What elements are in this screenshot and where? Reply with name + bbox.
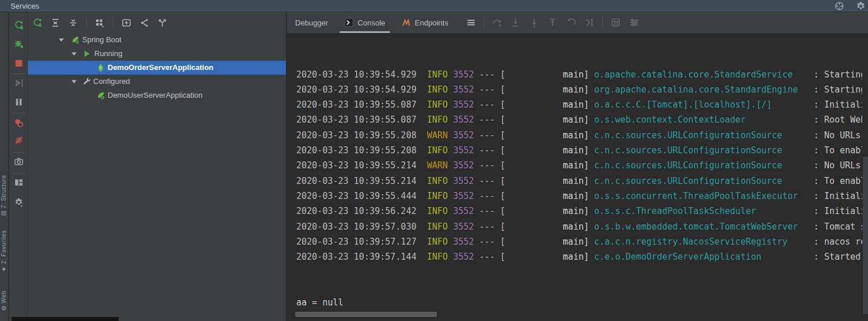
console-settings-icon[interactable] [629, 17, 639, 28]
log-line: 2020-03-23 10:39:55.444 INFO 3552 --- [ … [296, 189, 862, 204]
stripe-structure-label: 7: Structure [1, 175, 7, 209]
add-service-icon[interactable] [122, 18, 131, 28]
console-panel: Debugger Console Endpoints [287, 12, 868, 321]
debugger-tab-bar: Debugger Console Endpoints [287, 12, 868, 33]
expand-all-icon[interactable] [50, 18, 60, 28]
tab-endpoints-label: Endpoints [415, 19, 448, 27]
chevron-down-icon[interactable] [69, 77, 79, 86]
log-line: 2020-03-23 10:39:55.087 INFO 3552 --- [ … [296, 112, 862, 127]
drop-frame-icon[interactable] [566, 17, 576, 28]
stripe-structure-button[interactable]: ▤ 7: Structure [1, 164, 8, 217]
stripe-favorites-button[interactable]: ★ 2: Favorites [1, 222, 8, 272]
log-line: aa = null [296, 295, 862, 310]
vertical-scrollbar[interactable] [863, 157, 868, 314]
spring-boot-run-icon [96, 63, 105, 72]
chevron-down-icon[interactable] [69, 49, 79, 58]
log-line: 2020-03-23 10:39:55.087 INFO 3552 --- [ … [296, 97, 862, 112]
run-to-cursor-icon[interactable] [584, 17, 595, 28]
log-line: 2020-03-23 10:39:55.214 INFO 3552 --- [ … [296, 174, 862, 189]
step-out-icon[interactable] [547, 17, 558, 28]
console-icon [344, 18, 354, 27]
log-line: 2020-03-23 10:39:55.208 INFO 3552 --- [ … [296, 143, 862, 158]
toolbar-separator [12, 73, 25, 74]
collapse-all-icon[interactable] [68, 18, 78, 28]
group-by-icon[interactable] [95, 18, 105, 28]
toolbar-separator [12, 152, 25, 153]
force-step-into-icon[interactable] [529, 17, 539, 28]
tab-debugger[interactable]: Debugger [287, 12, 336, 33]
step-over-icon[interactable] [492, 17, 502, 28]
tool-window-stripe: ▤ 7: Structure ★ 2: Favorites ◍ Web [0, 12, 9, 321]
horizontal-scrollbar[interactable] [295, 312, 437, 317]
toolbar-separator [12, 113, 25, 113]
debug-toolbar [9, 12, 28, 321]
services-tree: Spring Boot Running DemoOrderServerAppli… [28, 33, 286, 102]
resume-icon[interactable] [14, 78, 24, 88]
mute-breakpoints-icon[interactable] [14, 135, 24, 145]
tree-label: DemoOrderServerApplication [108, 61, 214, 75]
tree-row-demo-user-server-application[interactable]: DemoUserServerApplication [28, 88, 286, 102]
rerun-service-icon[interactable] [32, 18, 42, 28]
tree-label: Spring Boot [82, 33, 122, 47]
tool-window-header: Services [0, 0, 868, 12]
tree-row-configured[interactable]: Configured [28, 75, 286, 88]
tab-console[interactable]: Console [336, 12, 393, 33]
toolbar-separator [602, 17, 603, 28]
tree-row-spring-boot[interactable]: Spring Boot [28, 33, 286, 47]
log-line: 2020-03-23 10:39:55.208 WARN 3552 --- [ … [296, 128, 862, 143]
tree-label: Configured [93, 75, 130, 88]
stripe-web-label: Web [1, 290, 7, 303]
evaluate-expression-icon[interactable] [610, 17, 621, 28]
branch-icon[interactable] [157, 18, 167, 28]
float-window-icon[interactable] [834, 1, 844, 11]
services-tool-window: Services ▤ 7: Structure ★ 2: Favorites ◍… [0, 0, 868, 321]
tree-label: DemoUserServerApplication [108, 88, 203, 102]
services-tree-panel: Spring Boot Running DemoOrderServerAppli… [28, 12, 286, 321]
endpoints-icon [402, 18, 411, 27]
log-line: 2020-03-23 10:39:54.929 INFO 3552 --- [ … [296, 82, 862, 97]
thread-dump-camera-icon[interactable] [14, 157, 24, 167]
wrench-icon [82, 77, 91, 86]
share-icon[interactable] [139, 18, 149, 28]
spring-boot-icon [96, 91, 105, 100]
log-line: 2020-03-23 10:39:57.144 INFO 3552 --- [ … [296, 249, 862, 264]
settings-gear-icon[interactable] [856, 1, 866, 11]
tree-row-running[interactable]: Running [28, 47, 286, 61]
log-line: 2020-03-23 10:39:57.127 INFO 3552 --- [ … [296, 234, 862, 249]
debug-restart-icon[interactable] [14, 39, 24, 49]
stripe-web-button[interactable]: ◍ Web [1, 283, 8, 312]
tree-label: Running [94, 47, 122, 61]
bottom-edge-bar [12, 317, 119, 321]
star-icon: ★ [1, 264, 7, 272]
tool-window-title: Services [10, 2, 39, 10]
toolbar-separator [484, 17, 484, 28]
toolbar-separator [113, 17, 113, 28]
restore-layout-icon[interactable] [14, 178, 24, 187]
stripe-favorites-label: 2: Favorites [1, 230, 7, 264]
spring-boot-icon [71, 35, 80, 45]
step-into-icon[interactable] [510, 17, 521, 28]
tab-debugger-label: Debugger [295, 19, 328, 27]
debug-settings-gear-icon[interactable] [14, 197, 24, 207]
structure-icon: ▤ [1, 208, 7, 217]
tab-endpoints[interactable]: Endpoints [393, 12, 457, 33]
tree-row-demo-order-server-application[interactable]: DemoOrderServerApplication [28, 61, 286, 75]
options-menu-icon[interactable] [466, 17, 476, 28]
log-line: 2020-03-23 10:39:55.214 WARN 3552 --- [ … [296, 158, 862, 173]
toolbar-separator [86, 17, 87, 28]
stop-icon[interactable] [14, 58, 24, 68]
tab-console-label: Console [358, 19, 385, 27]
log-lines: 2020-03-23 10:39:54.929 INFO 3552 --- [ … [296, 67, 862, 265]
globe-icon: ◍ [1, 303, 7, 312]
log-line: 2020-03-23 10:39:56.242 INFO 3552 --- [ … [296, 204, 862, 219]
run-icon [82, 49, 91, 58]
chevron-down-icon[interactable] [57, 35, 66, 45]
log-line: 2020-03-23 10:39:54.929 INFO 3552 --- [ … [296, 67, 862, 82]
log-line: 2020-03-23 10:39:57.030 INFO 3552 --- [ … [296, 219, 862, 234]
toolbar-separator [12, 173, 25, 174]
services-toolbar [28, 12, 286, 33]
rerun-icon[interactable] [14, 20, 24, 30]
console-output[interactable]: 2020-03-23 10:39:54.929 INFO 3552 --- [ … [287, 36, 862, 316]
pause-icon[interactable] [14, 97, 24, 107]
view-breakpoints-icon[interactable] [14, 118, 24, 128]
